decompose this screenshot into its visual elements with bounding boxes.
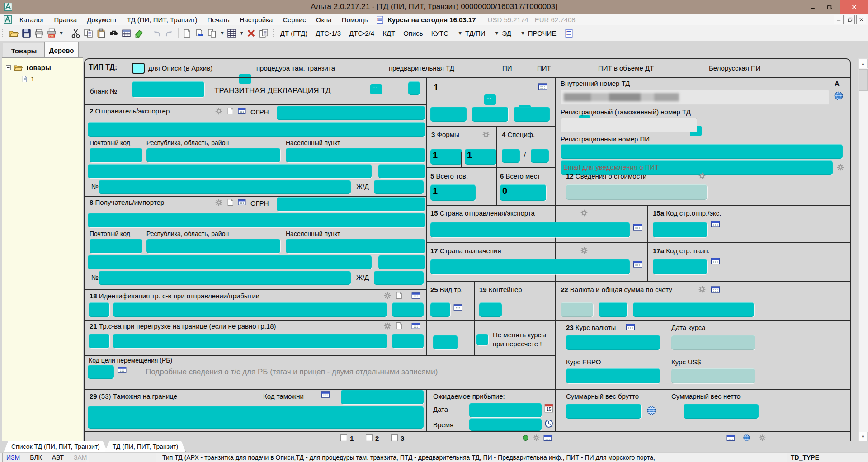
print-dropdown-arrow[interactable]: ▼ [59, 30, 64, 36]
print-xml-icon[interactable]: XML [46, 27, 57, 39]
receiver-street2-field[interactable] [378, 255, 425, 269]
scroll-thumb[interactable] [859, 69, 868, 91]
cut-icon[interactable] [70, 27, 82, 39]
forms-count-field[interactable]: 1 [430, 149, 462, 165]
table-calc-icon[interactable] [121, 27, 132, 39]
sidebar-tab-goods[interactable]: Товары [3, 43, 45, 58]
close-button[interactable] [840, 0, 868, 14]
declaration-flag-field[interactable] [408, 81, 420, 95]
currency-rate-field[interactable] [561, 302, 593, 317]
internal-globe-icon[interactable] [834, 91, 844, 101]
table-icon[interactable] [226, 27, 238, 39]
arrival-date-field[interactable] [469, 403, 542, 417]
forms-gear-icon[interactable] [482, 131, 490, 139]
restore-button[interactable] [822, 0, 837, 14]
ident-gear-icon[interactable] [383, 292, 392, 300]
toolbar-button-2[interactable]: ДТС-2/4 [345, 27, 378, 39]
country-dest-field[interactable] [430, 259, 630, 274]
print-icon[interactable] [33, 27, 45, 39]
receiver-street-field[interactable] [88, 255, 372, 269]
toolbar-grip[interactable] [2, 28, 5, 38]
menu-item-7[interactable]: Окна [311, 14, 337, 25]
rate-date-field[interactable] [671, 335, 755, 350]
currency-calendar-icon[interactable] [711, 285, 720, 294]
menu-item-3[interactable]: ТД (ПИ, ПИТ, Транзит) [122, 14, 203, 25]
receiver-postal-field[interactable] [90, 239, 142, 253]
receiver-region-field[interactable] [146, 239, 280, 253]
type-checkbox-0[interactable] [132, 63, 145, 74]
find-icon[interactable] [108, 27, 120, 39]
box1-calendar-icon[interactable] [538, 82, 547, 91]
delete-icon[interactable] [245, 27, 257, 39]
country-dest-gear-icon[interactable] [580, 246, 588, 255]
reload-calendar-icon[interactable] [411, 322, 420, 330]
cost-field[interactable] [566, 184, 707, 200]
pi-number-field[interactable] [561, 144, 843, 159]
scroll-up-button[interactable]: ▲ [859, 59, 868, 68]
total-goods-field[interactable]: 1 [430, 184, 476, 201]
tree-root-row[interactable]: Товары [6, 63, 83, 71]
rb-code-field[interactable] [88, 365, 114, 379]
menu-item-2[interactable]: Документ [82, 14, 122, 25]
menu-item-4[interactable]: Печать [202, 14, 234, 25]
toolbar-button-3[interactable]: КДТ [378, 27, 399, 39]
reload-code-field[interactable] [89, 334, 109, 348]
no-recalc-checkbox[interactable] [476, 334, 488, 345]
sender-street-field[interactable] [88, 164, 372, 178]
open-icon[interactable] [8, 27, 19, 39]
receiver-name-field[interactable] [88, 213, 425, 227]
transport-extra-field[interactable] [433, 335, 458, 349]
ident-extra-field[interactable] [392, 302, 424, 317]
transport-kind-field[interactable] [430, 302, 450, 317]
sender-note-icon[interactable] [226, 107, 234, 115]
country-dest-code-field[interactable] [653, 259, 707, 274]
sidebar-tab-tree[interactable]: Дерево [44, 42, 79, 58]
copy-sheets-icon[interactable] [258, 27, 270, 39]
country-dep-field[interactable] [430, 222, 630, 237]
documents-dropdown-arrow[interactable]: ▼ [220, 30, 225, 36]
container-field[interactable] [479, 302, 502, 317]
reload-gear-icon[interactable] [383, 322, 392, 330]
sender-region-field[interactable] [146, 148, 280, 162]
reload-extra-field[interactable] [392, 334, 424, 348]
receiver-house-field[interactable] [99, 271, 351, 285]
gross-weight-field[interactable] [566, 404, 641, 419]
receiver-gear-icon[interactable] [215, 198, 223, 207]
blank-number-field[interactable] [132, 81, 204, 97]
rate-field[interactable] [566, 335, 660, 350]
mdi-minimize-button[interactable] [834, 15, 844, 24]
rate-calendar-icon[interactable] [626, 323, 635, 331]
new-doc-icon[interactable] [181, 27, 193, 39]
sender-city-field[interactable] [286, 148, 425, 162]
menu-item-6[interactable]: Сервис [278, 14, 311, 25]
transport-kind-calendar-icon[interactable] [453, 303, 462, 311]
currency-amount-field[interactable] [633, 302, 754, 317]
menu-item-1[interactable]: Правка [49, 14, 82, 25]
sender-street2-field[interactable] [378, 164, 425, 178]
tree-item-row[interactable]: 1 [21, 75, 83, 83]
gross-globe-icon[interactable] [646, 405, 656, 415]
toolbar-button-5[interactable]: КУТС [427, 27, 453, 39]
country-dep-code-calendar-icon[interactable] [711, 220, 720, 228]
internal-number-field[interactable] [561, 90, 829, 105]
sender-ogrn-field[interactable] [277, 106, 425, 120]
customs-name-field[interactable] [88, 406, 424, 429]
copy-icon[interactable] [83, 27, 94, 39]
eraser-icon[interactable] [133, 27, 145, 39]
undo-icon[interactable] [151, 27, 163, 39]
bottom-tab-1[interactable]: ТД (ПИ, ПИТ, Транзит) [105, 441, 186, 452]
toolbar-button-0[interactable]: ДТ (ГТД) [276, 27, 311, 39]
documents-icon[interactable] [207, 27, 218, 39]
country-dep-calendar-icon[interactable] [633, 223, 642, 231]
customs-code-field[interactable] [341, 390, 424, 404]
specif-field-2[interactable] [531, 149, 549, 163]
menu-item-5[interactable]: Настройка [235, 14, 278, 25]
sender-name-field[interactable] [88, 122, 425, 137]
ident-field[interactable] [113, 302, 387, 317]
box1-field-3[interactable] [514, 107, 550, 122]
reg-number-field[interactable] [561, 118, 697, 132]
scroll-down-button[interactable]: ▼ [859, 432, 868, 441]
menu-item-0[interactable]: Каталог [14, 14, 49, 25]
receiver-rail-field[interactable] [374, 271, 424, 285]
notes-icon[interactable] [563, 27, 575, 39]
